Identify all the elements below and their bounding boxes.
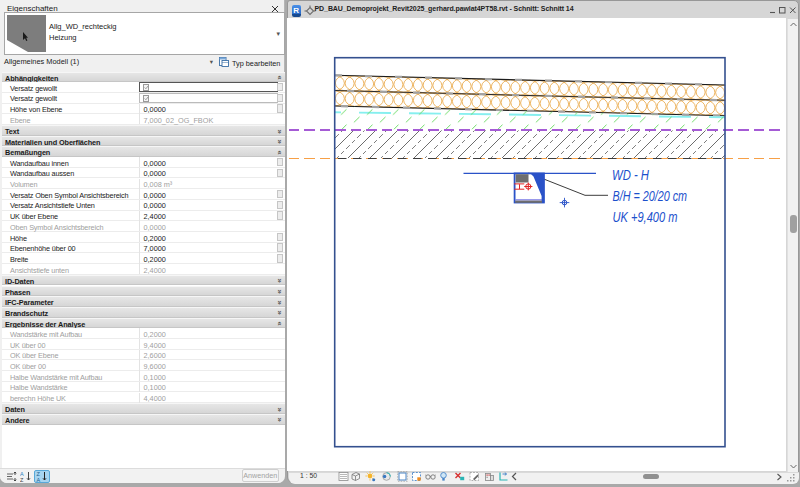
svg-text:WD - H: WD - H	[612, 166, 649, 183]
svg-text:UK +9,400 m: UK +9,400 m	[613, 208, 678, 225]
svg-text:B/H = 20/20 cm: B/H = 20/20 cm	[613, 187, 688, 204]
svg-text:Z: Z	[20, 477, 24, 483]
svg-text:A: A	[37, 477, 41, 483]
